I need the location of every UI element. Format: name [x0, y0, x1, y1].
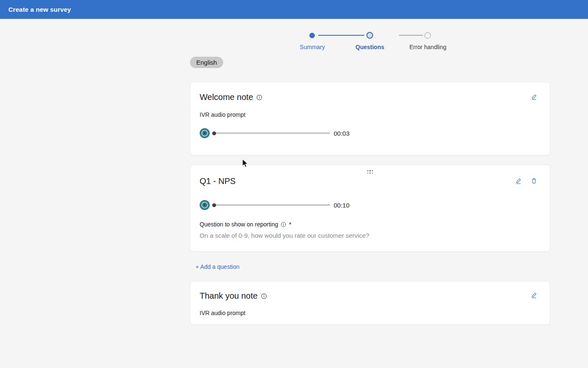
drag-handle-icon[interactable]: [367, 169, 374, 174]
edit-question-button[interactable]: [515, 178, 522, 184]
language-badge[interactable]: English: [190, 57, 223, 68]
play-icon: [200, 201, 209, 209]
pencil-icon: [531, 94, 537, 100]
step-summary-label[interactable]: Summary: [300, 44, 325, 50]
required-marker: *: [289, 221, 291, 228]
audio-progress-slider[interactable]: [213, 202, 330, 208]
welcome-audio-player: 00:03: [200, 128, 541, 138]
stepper: Summary Questions Error handling: [190, 26, 550, 52]
question-title: Q1 - NPS: [200, 176, 236, 186]
edit-thank-you-note-button[interactable]: [531, 292, 537, 298]
question-title-row: Q1 - NPS: [200, 176, 541, 186]
play-button[interactable]: [200, 200, 210, 210]
thank-you-title: Thank you note: [200, 291, 258, 301]
add-question-button[interactable]: + Add a question: [195, 263, 240, 270]
info-icon[interactable]: [261, 293, 267, 299]
step-questions-label[interactable]: Questions: [356, 44, 384, 50]
slider-thumb[interactable]: [212, 131, 216, 135]
reporting-label-row: Question to show on reporting *: [200, 221, 541, 228]
info-icon[interactable]: [256, 95, 262, 100]
question-audio-player: 00:10: [200, 200, 541, 210]
audio-progress-slider[interactable]: [213, 131, 330, 136]
audio-duration: 00:10: [334, 202, 350, 209]
step-error-handling-dot: [425, 32, 431, 39]
thank-you-prompt-label: IVR audio prompt: [200, 310, 541, 316]
step-summary[interactable]: Summary: [300, 32, 325, 50]
welcome-note-card: Welcome note IVR audio prompt: [190, 82, 550, 155]
slider-track: [213, 204, 330, 206]
step-questions-dot: [367, 32, 373, 39]
question-text: On a scale of 0-9, how would you rate ou…: [200, 232, 541, 239]
welcome-prompt-label: IVR audio prompt: [200, 111, 541, 118]
info-icon[interactable]: [281, 222, 286, 227]
play-icon: [200, 129, 209, 137]
pencil-icon: [531, 292, 537, 298]
slider-track: [213, 132, 330, 134]
app-header: Create a new survey: [0, 0, 588, 19]
welcome-note-title-row: Welcome note: [200, 92, 541, 102]
step-summary-dot: [310, 32, 315, 39]
delete-question-button[interactable]: [531, 178, 537, 184]
audio-duration: 00:03: [334, 130, 350, 137]
question-card-q1: Q1 - NPS 00:1: [190, 165, 550, 252]
pencil-icon: [515, 178, 522, 184]
page-title: Create a new survey: [8, 6, 71, 13]
reporting-label: Question to show on reporting: [200, 221, 278, 228]
welcome-note-title: Welcome note: [200, 92, 253, 102]
step-questions[interactable]: Questions: [356, 32, 384, 50]
trash-icon: [531, 178, 537, 184]
play-button[interactable]: [200, 128, 210, 138]
main-content: Summary Questions Error handling English…: [190, 19, 550, 325]
slider-thumb[interactable]: [212, 203, 216, 207]
step-error-handling-label[interactable]: Error handling: [409, 44, 446, 50]
thank-you-title-row: Thank you note: [200, 291, 541, 301]
thank-you-note-card: Thank you note IVR audio prompt: [190, 281, 550, 325]
edit-welcome-note-button[interactable]: [531, 94, 537, 100]
step-error-handling[interactable]: Error handling: [409, 32, 446, 50]
